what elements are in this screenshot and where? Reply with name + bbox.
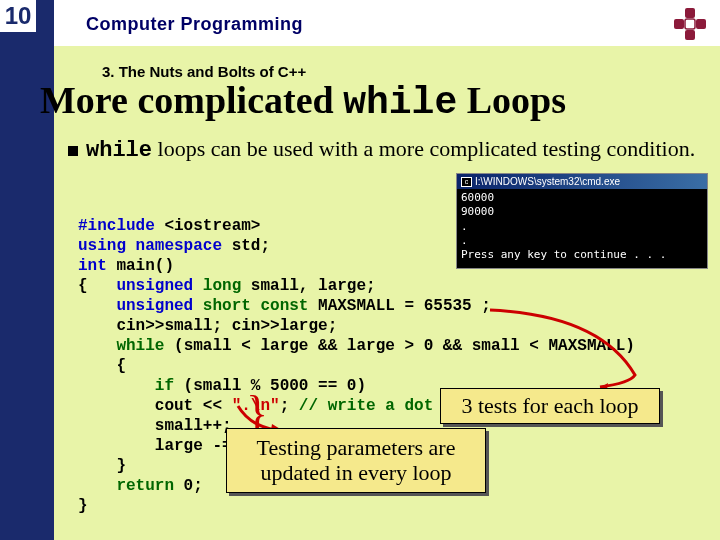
page-number: 10	[0, 0, 36, 32]
svg-rect-4	[685, 19, 695, 29]
title-code: while	[343, 81, 457, 124]
content-area: while loops can be used with a more comp…	[60, 136, 700, 164]
svg-rect-0	[685, 8, 695, 18]
svg-rect-3	[685, 30, 695, 40]
callout-tests: 3 tests for each loop	[440, 388, 660, 424]
callout-params-line2: updated in every loop	[260, 460, 451, 485]
cmd-titlebar: c I:\WINDOWS\system32\cmd.exe	[457, 174, 707, 189]
course-title: Computer Programming	[86, 14, 303, 35]
bullet-text: while loops can be used with a more comp…	[86, 136, 700, 164]
bullet-item: while loops can be used with a more comp…	[60, 136, 700, 164]
title-pre: More complicated	[40, 79, 343, 121]
title-post: Loops	[457, 79, 566, 121]
cmd-title-text: I:\WINDOWS\system32\cmd.exe	[475, 176, 620, 187]
callout-params-line1: Testing parameters are	[257, 435, 456, 460]
bullet-code: while	[86, 138, 152, 163]
slide-title: More complicated while Loops	[40, 78, 566, 124]
bullet-marker-icon	[68, 146, 78, 156]
callout-params: Testing parameters are updated in every …	[226, 428, 486, 493]
university-logo-icon	[672, 6, 708, 42]
svg-rect-2	[696, 19, 706, 29]
bullet-rest: loops can be used with a more complicate…	[152, 136, 695, 161]
svg-rect-1	[674, 19, 684, 29]
cmd-icon: c	[461, 177, 472, 187]
